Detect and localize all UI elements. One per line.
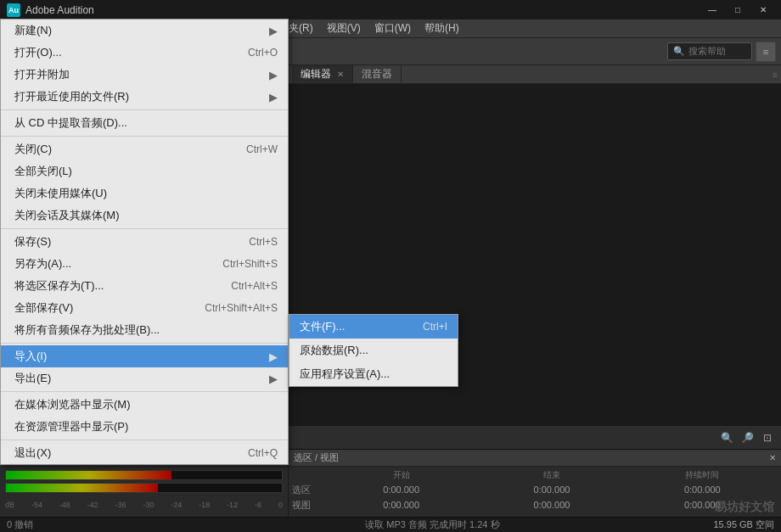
toolbar-menu-btn[interactable]: ≡ [756, 42, 776, 62]
menu-view[interactable]: 视图(V) [320, 20, 368, 37]
search-icon: 🔍 [673, 46, 685, 57]
fm-recent[interactable]: 打开最近使用的文件(R) ▶ [1, 86, 288, 108]
close-button[interactable]: ✕ [752, 3, 774, 17]
sel-header: 开始 结束 持续时间 [292, 468, 778, 482]
fm-show-explorer[interactable]: 在资源管理器中显示(P) [1, 416, 288, 438]
fm-sep-6 [1, 440, 288, 440]
fm-save-as[interactable]: 另存为(A)... Ctrl+Shift+S [1, 253, 288, 275]
fm-save-selection[interactable]: 将选区保存为(T)... Ctrl+Alt+S [1, 275, 288, 297]
fm-close-session[interactable]: 关闭会话及其媒体(M) [1, 204, 288, 227]
selection-panel: 选区 / 视图 ✕ 开始 结束 持续时间 选区 0:00.000 0:00.00… [289, 450, 781, 517]
undo-count: 0 撤销 [7, 518, 355, 531]
fm-exit[interactable]: 退出(X) Ctrl+Q [1, 442, 288, 464]
meter-fill-left [6, 471, 171, 479]
fm-extract-cd[interactable]: 从 CD 中提取音频(D)... [1, 112, 288, 134]
sm-import-file[interactable]: 文件(F)... Ctrl+I [289, 315, 458, 339]
search-box[interactable]: 🔍 搜索帮助 [667, 42, 752, 60]
menu-window[interactable]: 窗口(W) [368, 20, 418, 37]
selection-panel-header: 选区 / 视图 ✕ [289, 450, 781, 467]
fm-open[interactable]: 打开(O)... Ctrl+O [1, 42, 288, 64]
fm-import[interactable]: 导入(I) ▶ [1, 345, 288, 367]
sel-row-selection: 选区 0:00.000 0:00.000 0:00.000 [292, 482, 778, 497]
status-bar: 0 撤销 读取 MP3 音频 完成用时 1.24 秒 15.95 GB 空间 [0, 517, 781, 532]
fit-button[interactable]: ⊡ [759, 429, 776, 446]
fm-new[interactable]: 新建(N) ▶ [1, 20, 288, 42]
fm-open-append[interactable]: 打开并附加 ▶ [1, 64, 288, 86]
window-controls: — □ ✕ [701, 3, 774, 17]
fm-close-unused[interactable]: 关闭未使用媒体(U) [1, 182, 288, 204]
search-placeholder: 搜索帮助 [688, 45, 726, 58]
fm-sep-5 [1, 391, 288, 392]
app-title: Adobe Audition [25, 4, 701, 16]
meter-labels: dB -54 -48 -42 -36 -30 -24 -18 -12 -6 0 [0, 501, 288, 509]
fm-save[interactable]: 保存(S) Ctrl+S [1, 231, 288, 253]
meter-bar-left [5, 470, 283, 480]
selection-panel-title: 选区 / 视图 [294, 451, 769, 464]
fm-sep-4 [1, 343, 288, 344]
sm-import-app-settings[interactable]: 应用程序设置(A)... [289, 362, 458, 386]
disk-space: 15.95 GB 空间 [713, 518, 774, 531]
minimize-button[interactable]: — [701, 3, 723, 17]
sm-import-raw[interactable]: 原始数据(R)... [289, 339, 458, 362]
zoom-out-button[interactable]: 🔎 [739, 429, 756, 446]
fm-close[interactable]: 关闭(C) Ctrl+W [1, 138, 288, 160]
tab-editor[interactable]: 编辑器 ✕ [292, 65, 353, 83]
import-submenu: 文件(F)... Ctrl+I 原始数据(R)... 应用程序设置(A)... [289, 314, 458, 387]
app-logo: Au [7, 3, 20, 17]
menu-help[interactable]: 帮助(H) [418, 20, 466, 37]
meter-area [0, 467, 288, 501]
zoom-in-button[interactable]: 🔍 [718, 429, 735, 446]
editor-tab-bar: 编辑器 ✕ 混音器 ≡ [289, 65, 781, 84]
sel-row-view: 视图 0:00.000 0:00.000 0:00.000 [292, 497, 778, 512]
meter-bar-right [5, 483, 283, 493]
selection-panel-close[interactable]: ✕ [769, 453, 776, 462]
watermark: 易坊好文馆 [715, 500, 774, 515]
tab-editor-close[interactable]: ✕ [337, 70, 344, 79]
tab-mixer[interactable]: 混音器 [353, 65, 402, 83]
maximize-button[interactable]: □ [727, 3, 749, 17]
fm-close-all[interactable]: 全部关闭(L) [1, 160, 288, 182]
status-message: 读取 MP3 音频 完成用时 1.24 秒 [365, 518, 713, 531]
selection-table: 开始 结束 持续时间 选区 0:00.000 0:00.000 0:00.000… [289, 467, 781, 514]
fm-sep-1 [1, 109, 288, 110]
meter-fill-right [6, 484, 158, 492]
fm-save-batch[interactable]: 将所有音频保存为批处理(B)... [1, 319, 288, 341]
file-menu: 新建(N) ▶ 打开(O)... Ctrl+O 打开并附加 ▶ 打开最近使用的文… [0, 19, 289, 465]
fm-save-all[interactable]: 全部保存(V) Ctrl+Shift+Alt+S [1, 297, 288, 319]
fm-export[interactable]: 导出(E) ▶ [1, 367, 288, 389]
panel-menu-icon[interactable]: ≡ [773, 70, 778, 80]
title-bar: Au Adobe Audition — □ ✕ [0, 0, 781, 20]
fm-show-media[interactable]: 在媒体浏览器中显示(M) [1, 394, 288, 416]
fm-sep-2 [1, 136, 288, 137]
fm-sep-3 [1, 228, 288, 229]
